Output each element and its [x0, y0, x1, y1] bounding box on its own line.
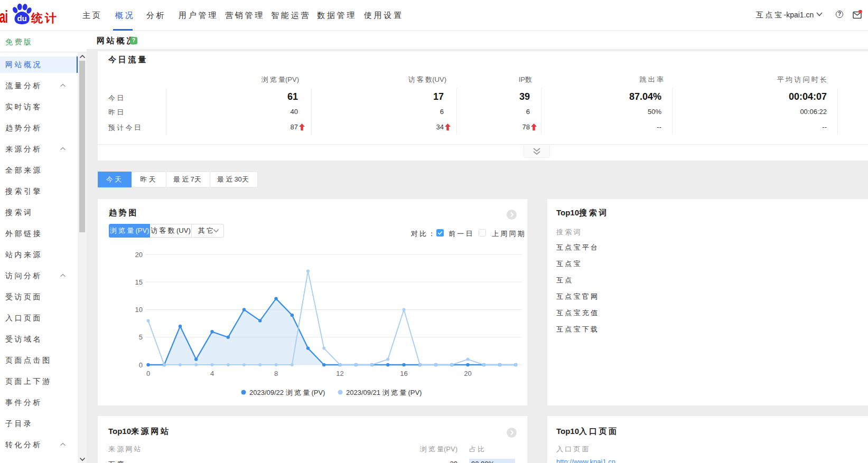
svg-text:4: 4	[210, 370, 214, 377]
svg-text:20: 20	[135, 251, 143, 259]
svg-text:8: 8	[274, 370, 278, 377]
svg-text:20: 20	[464, 370, 471, 377]
svg-text:15: 15	[135, 278, 143, 286]
svg-text:5: 5	[139, 333, 143, 341]
svg-text:du: du	[17, 14, 26, 23]
svg-text:0: 0	[139, 361, 143, 369]
svg-text:2023/09/21 浏览量(PV): 2023/09/21 浏览量(PV)	[346, 389, 422, 396]
svg-text:16: 16	[400, 370, 407, 377]
svg-text:10: 10	[135, 306, 143, 314]
svg-text:12: 12	[336, 370, 343, 377]
svg-text:0: 0	[146, 370, 150, 377]
svg-text:2023/09/22 浏览量(PV): 2023/09/22 浏览量(PV)	[249, 389, 325, 396]
